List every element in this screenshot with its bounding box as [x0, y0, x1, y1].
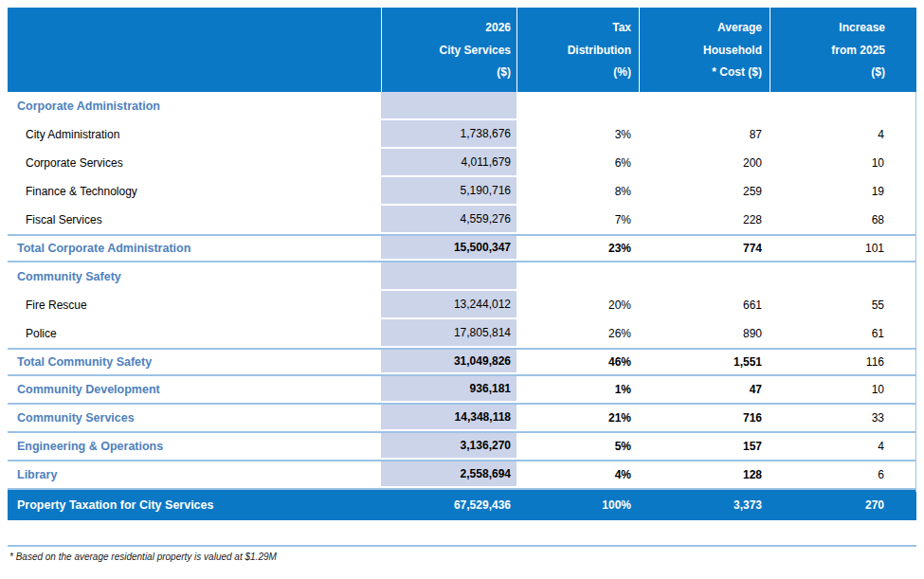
- cell-increase: 4: [770, 433, 916, 460]
- cell-city-services: 14,348,118: [381, 405, 516, 431]
- table-row: City Administration1,738,6763%874: [8, 120, 916, 149]
- cell-average-household: 774: [639, 236, 770, 261]
- cell-average-household: [639, 262, 770, 291]
- cell-tax-distribution: 7%: [516, 206, 639, 234]
- header-line: Household: [703, 44, 762, 57]
- cell-average-household: 259: [639, 177, 770, 206]
- cell-increase: 19: [770, 177, 916, 206]
- cell-increase: 6: [770, 461, 916, 488]
- grand-total-row: Property Taxation for City Services67,52…: [8, 490, 916, 520]
- cell-city-services: 4,559,276: [381, 206, 516, 234]
- cell-average-household: 157: [639, 433, 770, 460]
- cell-city-services: 3,136,270: [381, 433, 516, 460]
- cell-average-household: 3,373: [639, 490, 770, 520]
- cell-tax-distribution: 3%: [516, 120, 639, 149]
- header-line: from 2025: [831, 44, 885, 57]
- cell-city-services: 17,805,814: [381, 319, 516, 348]
- table-row: Finance & Technology5,190,7168%25919: [8, 177, 916, 206]
- cell-city-services: 5,190,716: [381, 177, 516, 206]
- cell-city-services: [381, 262, 516, 291]
- header-tax-distribution: Tax Distribution (%): [516, 8, 639, 92]
- table-row: Fire Rescue13,244,01220%66155: [8, 291, 916, 319]
- cell-city-services: 15,500,347: [381, 236, 516, 261]
- cell-increase: 33: [770, 405, 916, 431]
- cell-increase: 4: [770, 120, 916, 149]
- row-label: Fiscal Services: [8, 206, 381, 234]
- cell-average-household: 228: [639, 206, 770, 234]
- header-line: 2026: [485, 21, 511, 34]
- table-row: Police17,805,81426%89061: [8, 319, 916, 348]
- cell-tax-distribution: 23%: [516, 236, 639, 261]
- header-line: (%): [613, 65, 631, 79]
- cell-average-household: 661: [639, 291, 770, 319]
- row-label: Corporate Services: [8, 149, 381, 177]
- table-row: Total Corporate Administration15,500,347…: [8, 234, 916, 262]
- cell-tax-distribution: [516, 92, 639, 120]
- row-label: Police: [8, 319, 381, 348]
- cell-tax-distribution: 5%: [516, 433, 639, 460]
- cell-city-services: [381, 92, 516, 120]
- table-row: Total Community Safety31,049,82646%1,551…: [8, 348, 916, 376]
- cell-average-household: 47: [639, 376, 770, 403]
- cell-tax-distribution: 1%: [516, 376, 639, 403]
- header-line: ($): [871, 65, 885, 79]
- header-line: City Services: [440, 44, 511, 57]
- row-label: Property Taxation for City Services: [8, 490, 381, 520]
- header-line: Tax: [612, 21, 631, 34]
- cell-tax-distribution: 20%: [516, 291, 639, 319]
- cell-increase: 10: [770, 376, 916, 403]
- cell-city-services: 936,181: [381, 376, 516, 403]
- cell-increase: [770, 92, 916, 120]
- cell-increase: 270: [770, 490, 916, 520]
- row-label: Community Safety: [8, 262, 381, 291]
- cell-average-household: 128: [639, 461, 770, 488]
- header-city-services: 2026 City Services ($): [381, 8, 516, 92]
- row-label: Fire Rescue: [8, 291, 381, 319]
- cell-average-household: 87: [639, 120, 770, 149]
- cell-city-services: 1,738,676: [381, 120, 516, 149]
- table-row: Fiscal Services4,559,2767%22868: [8, 206, 916, 234]
- table-row: Community Services14,348,11821%71633: [8, 405, 916, 433]
- cell-city-services: 67,529,436: [381, 490, 516, 520]
- table-row: Engineering & Operations3,136,2705%1574: [8, 433, 916, 461]
- row-label: Library: [8, 461, 381, 488]
- cell-increase: 10: [770, 149, 916, 177]
- cell-average-household: 716: [639, 405, 770, 431]
- header-line: ($): [497, 65, 511, 79]
- header-average-household: Average Household * Cost ($): [639, 8, 770, 92]
- cell-tax-distribution: 46%: [516, 350, 639, 374]
- table-row: Corporate Services4,011,6796%20010: [8, 149, 916, 177]
- table-row: Corporate Administration: [8, 92, 916, 120]
- row-label: Community Services: [8, 405, 381, 431]
- cell-average-household: 200: [639, 149, 770, 177]
- cell-tax-distribution: 100%: [516, 490, 639, 520]
- cell-tax-distribution: 21%: [516, 405, 639, 431]
- row-label: Corporate Administration: [8, 92, 381, 120]
- table-row: Community Safety: [8, 262, 916, 291]
- cell-city-services: 2,558,694: [381, 461, 516, 488]
- table-right-border: [915, 92, 916, 492]
- table-row: Library2,558,6944%1286: [8, 461, 916, 490]
- cell-increase: 55: [770, 291, 916, 319]
- cell-average-household: 890: [639, 319, 770, 348]
- cell-tax-distribution: 6%: [516, 149, 639, 177]
- header-line: Increase: [839, 21, 885, 34]
- footnote: * Based on the average residential prope…: [9, 552, 277, 562]
- cell-increase: 61: [770, 319, 916, 348]
- row-label: Community Development: [8, 376, 381, 403]
- cell-average-household: 1,551: [639, 350, 770, 374]
- footnote-divider: [8, 545, 916, 547]
- cell-city-services: 13,244,012: [381, 291, 516, 319]
- budget-table: 2026 City Services ($) Tax Distribution …: [8, 8, 916, 520]
- cell-city-services: 4,011,679: [381, 149, 516, 177]
- table-body: Corporate AdministrationCity Administrat…: [8, 92, 916, 520]
- table-row: Community Development936,1811%4710: [8, 376, 916, 405]
- cell-increase: 101: [770, 236, 916, 261]
- table-header: 2026 City Services ($) Tax Distribution …: [8, 8, 916, 92]
- cell-increase: [770, 262, 916, 291]
- cell-increase: 116: [770, 350, 916, 374]
- cell-tax-distribution: [516, 262, 639, 291]
- cell-average-household: [639, 92, 770, 120]
- cell-tax-distribution: 26%: [516, 319, 639, 348]
- row-label: City Administration: [8, 120, 381, 149]
